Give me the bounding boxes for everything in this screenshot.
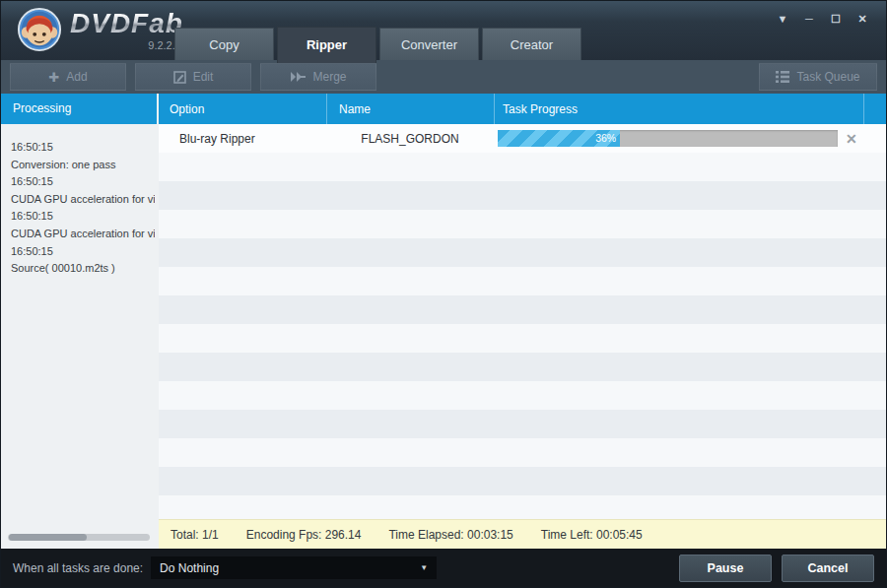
log-line: 16:50:15 bbox=[11, 208, 155, 226]
log-line: 16:50:15 bbox=[11, 173, 155, 191]
status-bar: Total: 1/1Encoding Fps: 296.14Time Elaps… bbox=[159, 519, 886, 549]
bottom-bar: When all tasks are done: Do Nothing ▼ Pa… bbox=[1, 549, 886, 587]
empty-table-row bbox=[159, 381, 886, 410]
tab-converter[interactable]: Converter bbox=[379, 28, 479, 60]
close-button[interactable]: ✕ bbox=[853, 10, 872, 28]
cancel-button[interactable]: Cancel bbox=[782, 555, 874, 582]
log-line: Conversion: one pass bbox=[11, 157, 155, 174]
empty-table-row bbox=[159, 153, 886, 181]
table-body: Blu-ray Ripper FLASH_GORDON 36% ✕ bbox=[159, 124, 886, 519]
titlebar: DVDFab 9.2.2.8 CopyRipperConverterCreato… bbox=[1, 1, 886, 60]
tab-copy[interactable]: Copy bbox=[174, 28, 274, 60]
when-done-dropdown-value: Do Nothing bbox=[160, 561, 219, 575]
dvdfab-monkey-logo-icon bbox=[17, 7, 62, 52]
content: Processing 16:50:15Conversion: one pass1… bbox=[1, 94, 886, 549]
add-button[interactable]: ✚ Add bbox=[10, 63, 126, 91]
task-queue-button[interactable]: Task Queue bbox=[759, 63, 877, 91]
processing-header: Processing bbox=[1, 94, 157, 124]
minimize-button[interactable]: ─ bbox=[799, 10, 819, 28]
edit-pencil-icon bbox=[173, 71, 186, 84]
maximize-button[interactable]: ☐ bbox=[826, 10, 846, 28]
task-queue-list-icon bbox=[776, 71, 789, 83]
menu-button[interactable]: ▼ bbox=[773, 10, 792, 28]
empty-table-row bbox=[159, 467, 886, 495]
app-logo: DVDFab 9.2.2.8 bbox=[17, 7, 183, 52]
tab-ripper[interactable]: Ripper bbox=[277, 27, 376, 63]
processing-sidebar: Processing 16:50:15Conversion: one pass1… bbox=[1, 94, 159, 549]
add-button-label: Add bbox=[66, 70, 87, 84]
pause-button[interactable]: Pause bbox=[679, 555, 772, 582]
progress-bar: 36% bbox=[498, 130, 838, 147]
table-header: Option Name Task Progress bbox=[159, 94, 886, 124]
empty-table-row bbox=[159, 353, 886, 381]
edit-button[interactable]: Edit bbox=[135, 63, 251, 91]
task-row[interactable]: Blu-ray Ripper FLASH_GORDON 36% ✕ bbox=[159, 124, 886, 153]
empty-table-row bbox=[159, 324, 886, 353]
task-name: FLASH_GORDON bbox=[326, 132, 494, 146]
chevron-down-icon: ▼ bbox=[420, 563, 428, 572]
edit-button-label: Edit bbox=[193, 70, 214, 84]
progress-percent-label: 36% bbox=[595, 130, 616, 147]
task-progress-cell: 36% ✕ bbox=[494, 130, 863, 147]
empty-table-row bbox=[159, 267, 886, 295]
mode-tabs: CopyRipperConverterCreator bbox=[174, 27, 581, 60]
sidebar-horizontal-scrollbar[interactable] bbox=[8, 534, 150, 541]
column-header-actions bbox=[863, 94, 886, 124]
app-title: DVDFab bbox=[70, 9, 183, 38]
log-line: CUDA GPU acceleration for vid bbox=[11, 191, 155, 209]
empty-table-row bbox=[159, 295, 886, 324]
empty-table-row bbox=[159, 181, 886, 210]
progress-bar-fill: 36% bbox=[498, 130, 620, 147]
empty-table-row bbox=[159, 238, 886, 267]
column-header-name: Name bbox=[326, 94, 494, 124]
empty-table-row bbox=[159, 495, 886, 519]
column-header-task-progress: Task Progress bbox=[494, 94, 863, 124]
scrollbar-thumb[interactable] bbox=[9, 534, 87, 541]
processing-log: 16:50:15Conversion: one pass16:50:15CUDA… bbox=[1, 124, 157, 534]
log-line: 16:50:15 bbox=[11, 243, 155, 261]
when-done-label: When all tasks are done: bbox=[13, 561, 143, 575]
toolbar: ✚ Add Edit Merge bbox=[1, 60, 886, 94]
empty-table-row bbox=[159, 210, 886, 238]
merge-button[interactable]: Merge bbox=[260, 63, 376, 91]
status-time-left: Time Left: 00:05:45 bbox=[541, 528, 643, 542]
tab-creator[interactable]: Creator bbox=[482, 28, 581, 60]
when-done-dropdown[interactable]: Do Nothing ▼ bbox=[151, 556, 437, 579]
empty-table-row bbox=[159, 438, 886, 467]
cancel-task-icon[interactable]: ✕ bbox=[846, 132, 857, 146]
empty-table-row bbox=[159, 410, 886, 438]
log-line: Source( 00010.m2ts ) bbox=[11, 260, 155, 278]
log-line: CUDA GPU acceleration for vid bbox=[11, 226, 155, 243]
plus-icon: ✚ bbox=[48, 71, 59, 84]
status-total: Total: 1/1 bbox=[171, 528, 219, 542]
dvdfab-window: DVDFab 9.2.2.8 CopyRipperConverterCreato… bbox=[0, 0, 887, 588]
task-queue-button-label: Task Queue bbox=[796, 70, 859, 84]
column-header-option: Option bbox=[159, 94, 326, 124]
task-option: Blu-ray Ripper bbox=[159, 132, 326, 146]
task-table: Option Name Task Progress Blu-ray Ripper… bbox=[159, 94, 886, 549]
log-line: 16:50:15 bbox=[11, 139, 155, 157]
window-controls: ▼─☐✕ bbox=[773, 10, 872, 28]
status-time-elapsed: Time Elapsed: 00:03:15 bbox=[388, 528, 512, 542]
merge-button-label: Merge bbox=[312, 70, 346, 84]
status-encoding-fps: Encoding Fps: 296.14 bbox=[246, 528, 362, 542]
merge-arrows-icon bbox=[290, 71, 306, 83]
